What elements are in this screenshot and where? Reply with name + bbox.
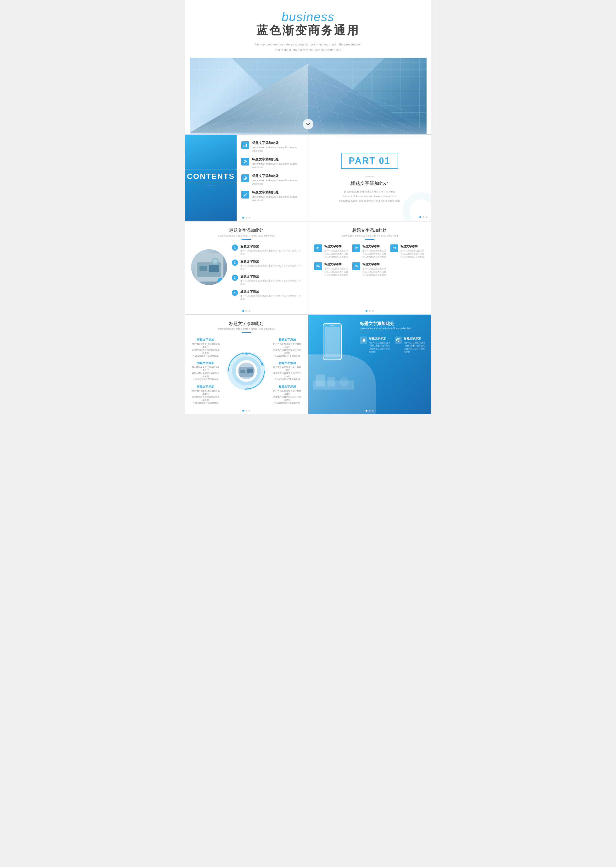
part-title: 标题文字添加此处 [350, 180, 389, 187]
slide4-bottom-dots [242, 310, 250, 312]
grid-text-03: 标题文字添加 用户可以在预置仪器者计算机上进行演示也可以将演示文稿打印出出来制作 [401, 244, 425, 259]
contents-icon-1 [241, 141, 249, 149]
part-divider [365, 176, 374, 176]
numbered-item-1: 1 标题文字添加 用户可以在预置仪器者计算机上进行演示也可以将演示文稿打印出来 [232, 244, 302, 256]
slide7-text-1: 标题文字添加 用户可以在预置仪器者计算机上进行演示也可以将演示文稿打印出出来制作 [369, 336, 391, 353]
svg-marker-41 [245, 352, 248, 355]
slide7-subtitle: presentation and make it into a film to … [360, 327, 426, 330]
dot-b1 [366, 310, 368, 312]
num-text-1: 标题文字添加 用户可以在预置仪器者计算机上进行演示也可以将演示文稿打印出来 [240, 244, 302, 256]
svg-marker-39 [261, 363, 264, 366]
svg-rect-20 [246, 144, 247, 147]
part01-dots [420, 216, 427, 218]
contents-text-2: 标题文字添加此处 presentation and make it into a… [252, 157, 303, 169]
slide5-underline [365, 239, 374, 240]
slide4-numbered-list: 1 标题文字添加 用户可以在预置仪器者计算机上进行演示也可以将演示文稿打印出来 … [232, 244, 302, 305]
slide6-right-items: 标题文字添加 用户可以在预置仪器者计算机上进行 演示也可以将演示文稿打印出出来制… [273, 338, 302, 404]
contents-item-3: 标题文字添加此处 presentation and make it into a… [241, 174, 303, 185]
contents-item-4: 标题文字添加此处 presentation and make it into a… [241, 190, 303, 202]
grid-item-05: 05 标题文字添加 用户可以在预置仪器者计算机上进行演示也可以将演示文稿打印出出… [352, 262, 387, 277]
contents-text-4: 标题文字添加此处 presentation and make it into a… [252, 190, 303, 202]
slide7-icon-1 [360, 336, 367, 344]
slide-3-part01: PART 01 标题文字添加此处 presentation and make i… [308, 135, 431, 221]
grid-item-01: 01 标题文字添加 用户可以在预置仪器者计算机上进行演示也可以将演示文稿打印出出… [314, 244, 349, 259]
slide6-body: 标题文字添加 用户可以在预置仪器者计算机上进行 演示也可以将演示文稿打印出出来制… [191, 338, 302, 404]
phone-outer [323, 323, 342, 360]
circ-item-right-3: 标题文字添加 用户可以在预置仪器者计算机上进行 演示也可以将演示文稿打印出出来制… [273, 385, 302, 404]
svg-rect-49 [397, 339, 400, 341]
dot-inactive-2 [248, 217, 250, 218]
slide5-bottom-dots [366, 310, 374, 312]
grid-num-03: 03 [390, 244, 398, 252]
grid-num-05: 05 [352, 262, 360, 270]
dot-c3 [248, 410, 250, 412]
contents-text-1: 标题文字添加此处 presentation and make it into a… [252, 141, 303, 152]
contents-icon-3 [241, 174, 249, 182]
svg-rect-32 [209, 265, 218, 272]
dot-b3 [372, 310, 374, 312]
num-text-2: 标题文字添加 用户可以在预置仪器者计算机上进行演示也可以将演示文稿打印出来 [240, 259, 302, 271]
num-circle-1: 1 [232, 244, 238, 251]
slide7-icon-2 [395, 336, 402, 344]
dot-a1 [242, 310, 244, 312]
slides-grid: CONTENTS 标题文字添加此处 presentation a [185, 134, 431, 414]
dot-d3 [372, 410, 374, 412]
grid-item-03: 03 标题文字添加 用户可以在预置仪器者计算机上进行演示也可以将演示文稿打印出出… [390, 244, 425, 259]
dot-d1 [366, 410, 368, 412]
contents-text-3: 标题文字添加此处 presentation and make it into a… [252, 174, 303, 185]
num-circle-2: 2 [232, 259, 238, 266]
svg-rect-19 [245, 144, 245, 147]
slide-7: 标题文字添加此处 presentation and make it into a… [308, 314, 431, 414]
numbered-item-3: 3 标题文字添加 用户可以在预置仪器者计算机上进行演示也可以将演示文稿打印出来 [232, 275, 302, 286]
slide7-text-2: 标题文字添加 用户可以在预置仪器者计算机上进行演示也可以将演示文稿打印出出来制作 [404, 336, 426, 353]
grid-num-02: 02 [352, 244, 360, 252]
numbered-item-4: 4 标题文字添加 用户可以在预置仪器者计算机上进行演示也可以将演示文稿打印出来 [232, 290, 302, 301]
slide7-title: 标题文字添加此处 [360, 321, 426, 327]
svg-rect-18 [244, 145, 244, 147]
svg-point-45 [339, 377, 349, 386]
slide6-underline [242, 332, 251, 333]
slide7-underline [360, 332, 369, 332]
slide7-item-1: 标题文字添加 用户可以在预置仪器者计算机上进行演示也可以将演示文稿打印出出来制作 [360, 336, 391, 353]
circ-item-left-3: 标题文字添加 用户可以在预置仪器者计算机上进行 演示也可以将演示文稿打印出出来制… [191, 385, 220, 404]
svg-rect-48 [364, 339, 365, 342]
dot-b2 [369, 310, 371, 312]
slide6-title: 标题文字添加此处 [191, 321, 302, 327]
slide-1: business 蓝色渐变商务通用 the user can demonstra… [185, 0, 431, 134]
slide4-image [191, 249, 227, 285]
grid-num-04: 04 [314, 262, 322, 270]
contents-icon-2 [241, 158, 249, 165]
slide5-title: 标题文字添加此处 [314, 228, 425, 233]
slide7-content: 标题文字添加此处 presentation and make it into a… [308, 315, 431, 401]
svg-rect-46 [362, 339, 362, 342]
grid-item-04: 04 标题文字添加 用户可以在预置仪器者计算机上进行演示也可以将演示文稿打印出出… [314, 262, 349, 277]
circ-item-right-2: 标题文字添加 用户可以在预置仪器者计算机上进行 演示也可以将演示文稿打印出出来制… [273, 361, 302, 381]
dot-3 [426, 216, 427, 218]
num-circle-3: 3 [232, 275, 238, 281]
slide2-bottom-dots [242, 217, 250, 218]
chevron-down-icon[interactable] [303, 119, 313, 129]
svg-point-34 [213, 259, 217, 264]
part-box: PART 01 [341, 153, 398, 169]
circ-arrows-svg [225, 349, 268, 393]
dot-a3 [248, 310, 250, 312]
slide-4: 标题文字添加此处 presentation and make it into a… [185, 221, 308, 314]
contents-icon-4 [241, 191, 249, 198]
svg-rect-31 [200, 266, 207, 271]
grid-text-04: 标题文字添加 用户可以在预置仪器者计算机上进行演示也可以将演示文稿打印出出来制作 [324, 262, 349, 277]
slide6-subtitle: presentation and make it into a film to … [191, 328, 302, 330]
contents-underline [206, 185, 215, 186]
grid-text-01: 标题文字添加 用户可以在预置仪器者计算机上进行演示也可以将演示文稿打印出出来制作 [324, 244, 349, 259]
svg-rect-47 [363, 339, 364, 342]
dot-inactive-1 [245, 217, 247, 218]
grid-item-02: 02 标题文字添加 用户可以在预置仪器者计算机上进行演示也可以将演示文稿打印出出… [352, 244, 387, 259]
contents-right-panel: 标题文字添加此处 presentation and make it into a… [237, 135, 308, 221]
slide5-grid: 01 标题文字添加 用户可以在预置仪器者计算机上进行演示也可以将演示文稿打印出出… [314, 244, 425, 277]
subtitle: the user can demonstrate on a projector … [190, 42, 427, 53]
contents-item-2: 标题文字添加此处 presentation and make it into a… [241, 157, 303, 169]
num-text-3: 标题文字添加 用户可以在预置仪器者计算机上进行演示也可以将演示文稿打印出来 [240, 275, 302, 286]
svg-marker-22 [245, 161, 246, 162]
slide7-text-area: 标题文字添加此处 presentation and make it into a… [360, 321, 426, 395]
slide4-title: 标题文字添加此处 [191, 228, 302, 233]
slide4-body: 1 标题文字添加 用户可以在预置仪器者计算机上进行演示也可以将演示文稿打印出来 … [191, 244, 302, 305]
